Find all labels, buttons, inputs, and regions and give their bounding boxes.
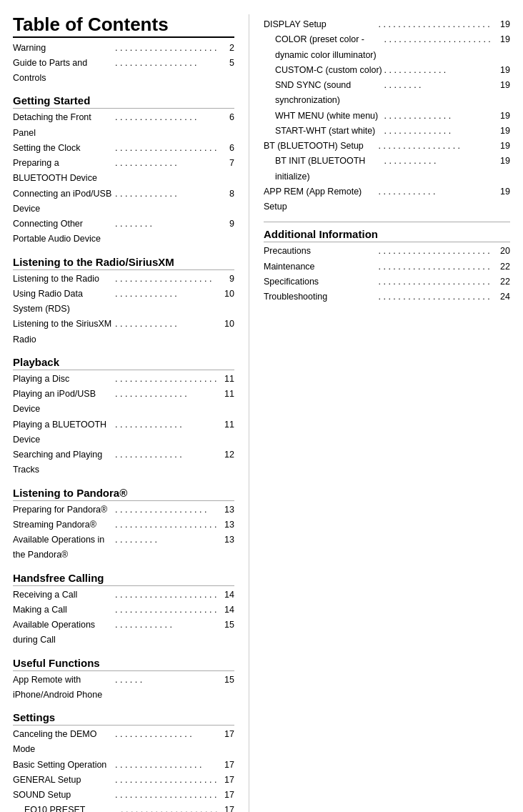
- toc-entry: Guide to Parts and Controls . . . . . . …: [13, 56, 234, 86]
- entry-label: Playing a Disc: [13, 372, 115, 387]
- toc-entry: Warning . . . . . . . . . . . . . . . . …: [13, 41, 234, 56]
- entry-page: 15: [217, 618, 234, 648]
- entry-page: 6: [217, 141, 234, 156]
- section-title: Settings: [13, 711, 234, 726]
- entry-page: 20: [493, 244, 510, 259]
- entry-label: Searching and Playing Tracks: [13, 447, 115, 478]
- toc-entry: Maintenance . . . . . . . . . . . . . . …: [264, 259, 510, 274]
- entry-label: Detaching the Front Panel: [13, 110, 115, 141]
- entry-label: Maintenance: [264, 259, 379, 274]
- entry-page: 17: [217, 727, 234, 758]
- toc-entry: BT (BLUETOOTH) Setup . . . . . . . . . .…: [264, 139, 510, 154]
- intro-entries: Warning . . . . . . . . . . . . . . . . …: [13, 41, 234, 86]
- entry-dots: . . . . . .: [115, 673, 217, 703]
- entry-dots: . . . . . . . . . . . . . . . .: [115, 727, 217, 758]
- entry-page: 9: [217, 272, 234, 287]
- entry-page: 19: [493, 78, 510, 109]
- entry-dots: . . . . . . . . . . . . . . . . . . . . …: [378, 259, 493, 274]
- right-section-block: DISPLAY Setup . . . . . . . . . . . . . …: [264, 17, 510, 214]
- toc-entry: Precautions . . . . . . . . . . . . . . …: [264, 244, 510, 259]
- toc-entry: Preparing a BLUETOOTH Device . . . . . .…: [13, 156, 234, 187]
- entry-page: 19: [493, 109, 510, 124]
- additional-rule: [264, 222, 510, 222]
- toc-entry: Streaming Pandora® . . . . . . . . . . .…: [13, 518, 234, 533]
- entry-label: WHT MENU (white menu): [264, 109, 384, 124]
- entry-dots: . . . . . . . . . . . . . . . . . . . . …: [115, 788, 217, 803]
- entry-page: 13: [217, 502, 234, 518]
- entry-label: Warning: [13, 41, 115, 56]
- entry-page: 17: [217, 788, 234, 803]
- toc-entry: WHT MENU (white menu) . . . . . . . . . …: [264, 109, 510, 124]
- entry-dots: . . . . . . . . . . . . . . .: [115, 387, 217, 417]
- toc-entry: Detaching the Front Panel . . . . . . . …: [13, 110, 234, 141]
- entry-page: 17: [217, 773, 234, 788]
- entry-dots: . . . . . . . . . . . . . . . . . . . . …: [121, 803, 217, 812]
- toc-entry: Using Radio Data System (RDS) . . . . . …: [13, 287, 234, 317]
- entry-dots: . . . . . . . . . . . . .: [115, 156, 217, 187]
- entry-dots: . . . . . . . . .: [115, 533, 217, 563]
- entry-page: 11: [217, 372, 234, 387]
- section-block: Listening to the Radio/SiriusXMListening…: [13, 256, 234, 347]
- entry-page: 14: [217, 603, 234, 618]
- section-block: Useful FunctionsApp Remote with iPhone/A…: [13, 657, 234, 703]
- additional-title: Additional Information: [264, 228, 510, 242]
- entry-dots: . . . . . . . .: [384, 78, 493, 109]
- toc-entry: Receiving a Call . . . . . . . . . . . .…: [13, 588, 234, 603]
- entry-label: Available Operations during Call: [13, 618, 115, 648]
- right-column: DISPLAY Setup . . . . . . . . . . . . . …: [249, 14, 510, 812]
- section-block: SettingsCanceling the DEMO Mode . . . . …: [13, 711, 234, 812]
- entry-label: COLOR (preset color - dynamic color illu…: [264, 32, 384, 63]
- toc-entry: Troubleshooting . . . . . . . . . . . . …: [264, 289, 510, 304]
- entry-page: 5: [217, 56, 234, 86]
- entry-page: 15: [217, 673, 234, 703]
- entry-label: Preparing for Pandora®: [13, 502, 115, 518]
- entry-label: App Remote with iPhone/Android Phone: [13, 673, 115, 703]
- entry-label: BT INIT (BLUETOOTH initialize): [264, 154, 384, 184]
- entry-page: 17: [217, 758, 234, 773]
- entry-dots: . . . . . . . . . . . .: [115, 618, 217, 648]
- entry-label: Basic Setting Operation: [13, 758, 115, 773]
- entry-dots: . . . . . . . . . . . . .: [115, 187, 217, 217]
- entry-label: Connecting Other Portable Audio Device: [13, 217, 115, 247]
- entry-dots: . . . . . . . . . . . . . .: [384, 109, 493, 124]
- section-block: Handsfree CallingReceiving a Call . . . …: [13, 572, 234, 648]
- entry-dots: . . . . . . . . . . . . . . . . . . . . …: [115, 603, 217, 618]
- top-rule: [13, 36, 234, 38]
- toc-entry: SOUND Setup . . . . . . . . . . . . . . …: [13, 788, 234, 803]
- toc-entry: SND SYNC (sound synchronization) . . . .…: [264, 78, 510, 109]
- toc-entry: EQ10 PRESET . . . . . . . . . . . . . . …: [13, 803, 234, 812]
- entry-page: 2: [217, 41, 234, 56]
- entry-dots: . . . . . . . . . . . . . . . . .: [115, 110, 217, 141]
- entry-dots: . . . . . . . . . . . . . . . . . . . . …: [115, 372, 217, 387]
- entry-page: 10: [217, 317, 234, 347]
- section-title: Playback: [13, 356, 234, 370]
- entry-label: Preparing a BLUETOOTH Device: [13, 156, 115, 187]
- entry-label: GENERAL Setup: [13, 773, 115, 788]
- entry-page: 10: [217, 287, 234, 317]
- entry-label: Setting the Clock: [13, 141, 115, 156]
- section-title: Getting Started: [13, 94, 234, 109]
- entry-label: Playing a BLUETOOTH Device: [13, 417, 115, 448]
- toc-entry: Listening to the SiriusXM Radio . . . . …: [13, 317, 234, 347]
- entry-page: 19: [493, 63, 510, 78]
- entry-label: Listening to the SiriusXM Radio: [13, 317, 115, 347]
- entry-page: 6: [217, 110, 234, 141]
- toc-entry: Playing a Disc . . . . . . . . . . . . .…: [13, 372, 234, 387]
- entry-dots: . . . . . . . . . . . . . . . . . . . . …: [384, 32, 493, 63]
- entry-label: BT (BLUETOOTH) Setup: [264, 139, 379, 154]
- entry-page: 11: [217, 417, 234, 448]
- entry-dots: . . . . . . . . . . . .: [378, 184, 493, 215]
- additional-section: Additional Information Precautions . . .…: [264, 228, 510, 304]
- entry-dots: . . . . . . . . . . . . . .: [384, 124, 493, 139]
- entry-page: 13: [217, 518, 234, 533]
- toc-entry: Playing an iPod/USB Device . . . . . . .…: [13, 387, 234, 417]
- entry-dots: . . . . . . . . . . . . . . . . . . . . …: [115, 773, 217, 788]
- entry-dots: . . . . . . . . . . . . .: [115, 287, 217, 317]
- toc-entry: DISPLAY Setup . . . . . . . . . . . . . …: [264, 17, 510, 32]
- entry-label: APP REM (App Remote) Setup: [264, 184, 379, 215]
- toc-entry: Preparing for Pandora® . . . . . . . . .…: [13, 502, 234, 518]
- entry-label: EQ10 PRESET: [13, 803, 121, 812]
- section-title: Handsfree Calling: [13, 572, 234, 586]
- entry-page: 19: [493, 17, 510, 32]
- entry-label: START-WHT (start white): [264, 124, 384, 139]
